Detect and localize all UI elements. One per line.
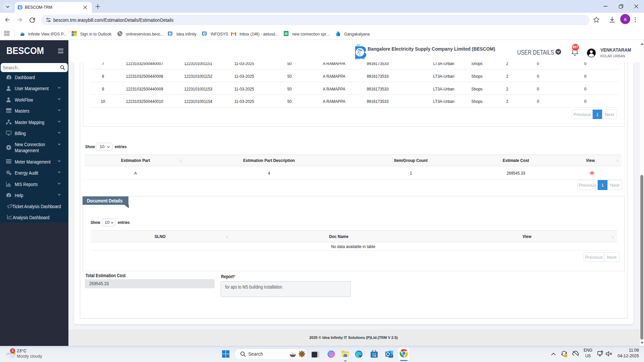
svg-text:ಕನಸಾ: ಕನಸಾ (357, 44, 360, 46)
svg-text:BESCOM: BESCOM (355, 57, 365, 60)
